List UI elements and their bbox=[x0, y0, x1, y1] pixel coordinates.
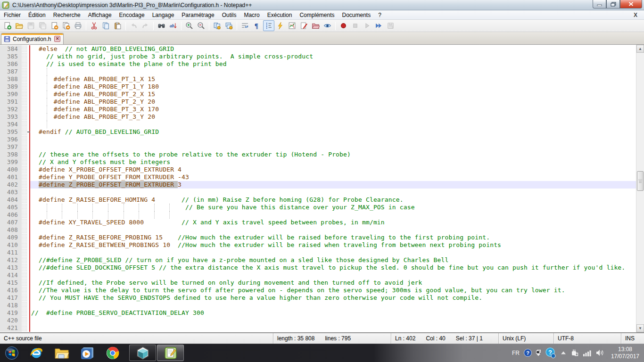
find-icon[interactable] bbox=[156, 20, 167, 31]
line-number[interactable]: 390 bbox=[0, 90, 22, 98]
bookmark-margin[interactable] bbox=[22, 151, 27, 158]
edit-marker-icon[interactable] bbox=[298, 20, 310, 31]
zoom-in-icon[interactable] bbox=[184, 20, 195, 31]
bookmark-margin[interactable] bbox=[22, 219, 27, 226]
line-number[interactable]: 397 bbox=[0, 143, 22, 151]
function-completion-icon[interactable] bbox=[275, 20, 286, 31]
bookmark-margin[interactable] bbox=[22, 136, 27, 143]
minimize-button[interactable] bbox=[593, 0, 606, 8]
close-all-icon[interactable] bbox=[61, 20, 72, 31]
code-line-410[interactable]: 410 #define Z_RAISE_BETWEEN_PROBINGS 10 … bbox=[0, 241, 636, 249]
bookmark-margin[interactable] bbox=[22, 53, 27, 60]
redo-icon[interactable] bbox=[140, 20, 151, 31]
menu-documents[interactable]: Documents bbox=[338, 11, 374, 19]
sync-vertical-icon[interactable] bbox=[212, 20, 223, 31]
line-number[interactable]: 386 bbox=[0, 60, 22, 68]
macro-save-icon[interactable] bbox=[385, 20, 396, 31]
menu-outils[interactable]: Outils bbox=[218, 11, 240, 19]
code-line-414[interactable]: 414 bbox=[0, 272, 636, 279]
menu--dition[interactable]: Édition bbox=[25, 11, 50, 19]
line-number[interactable]: 392 bbox=[0, 106, 22, 113]
print-icon[interactable] bbox=[73, 20, 84, 31]
line-number[interactable]: 389 bbox=[0, 83, 22, 90]
open-file-icon[interactable] bbox=[14, 20, 25, 31]
line-number[interactable]: 408 bbox=[0, 226, 22, 234]
code-line-408[interactable]: 408 bbox=[0, 226, 636, 234]
line-number[interactable]: 398 bbox=[0, 151, 22, 158]
line-number[interactable]: 417 bbox=[0, 294, 22, 302]
cut-icon[interactable] bbox=[89, 20, 100, 31]
line-number[interactable]: 388 bbox=[0, 75, 22, 83]
line-number[interactable]: 384 bbox=[0, 45, 22, 53]
desktop-peek-icon[interactable] bbox=[536, 350, 541, 356]
code-line-420[interactable]: 420 bbox=[0, 317, 636, 324]
code-line-407[interactable]: 407 #define XY_TRAVEL_SPEED 8000 // X an… bbox=[0, 219, 636, 226]
menu-langage[interactable]: Langage bbox=[149, 11, 178, 19]
code-line-391[interactable]: 391 #define ABL_PROBE_PT_2_Y 20 bbox=[0, 98, 636, 106]
bookmark-margin[interactable] bbox=[22, 309, 27, 317]
line-number[interactable]: 385 bbox=[0, 53, 22, 60]
macro-record-icon[interactable] bbox=[338, 20, 349, 31]
line-number[interactable]: 405 bbox=[0, 204, 22, 211]
copy-icon[interactable] bbox=[100, 20, 112, 31]
menu-ex-cution[interactable]: Exécution bbox=[264, 11, 296, 19]
code-line-405[interactable]: 405 // Be sure you have this distance ov… bbox=[0, 204, 636, 211]
code-line-399[interactable]: 399 // X and Y offsets must be integers bbox=[0, 158, 636, 166]
scroll-down-arrow-icon[interactable]: ▼ bbox=[636, 324, 644, 332]
code-line-388[interactable]: 388 #define ABL_PROBE_PT_1_X 15 bbox=[0, 75, 636, 83]
taskbar-internet-explorer[interactable] bbox=[24, 344, 49, 362]
line-number[interactable]: 409 bbox=[0, 234, 22, 241]
status-encoding[interactable]: UTF-8 bbox=[553, 333, 621, 344]
bookmark-margin[interactable] bbox=[22, 226, 27, 234]
line-number[interactable]: 416 bbox=[0, 287, 22, 294]
bookmark-margin[interactable] bbox=[22, 324, 27, 332]
taskbar-notepadpp[interactable] bbox=[157, 345, 184, 361]
code-line-400[interactable]: 400 #define X_PROBE_OFFSET_FROM_EXTRUDER… bbox=[0, 166, 636, 173]
line-number[interactable]: 410 bbox=[0, 241, 22, 249]
status-insert-mode[interactable]: INS bbox=[621, 333, 644, 344]
line-number[interactable]: 407 bbox=[0, 219, 22, 226]
line-number[interactable]: 394 bbox=[0, 121, 22, 128]
code-line-411[interactable]: 411 bbox=[0, 249, 636, 256]
bookmark-margin[interactable] bbox=[22, 196, 27, 204]
taskbar-windows-explorer[interactable] bbox=[49, 344, 74, 362]
code-line-412[interactable]: 412 //#define Z_PROBE_SLED // turn on if… bbox=[0, 256, 636, 264]
code-line-418[interactable]: 418 bbox=[0, 302, 636, 309]
paste-icon[interactable] bbox=[112, 20, 124, 31]
line-number[interactable]: 411 bbox=[0, 249, 22, 256]
start-button[interactable] bbox=[0, 346, 24, 360]
line-number[interactable]: 415 bbox=[0, 279, 22, 287]
line-number[interactable]: 413 bbox=[0, 264, 22, 272]
code-line-404[interactable]: 404 #define Z_RAISE_BEFORE_HOMING 4 // (… bbox=[0, 196, 636, 204]
code-line-401[interactable]: 401 #define Y_PROBE_OFFSET_FROM_EXTRUDER… bbox=[0, 173, 636, 181]
line-number[interactable]: 418 bbox=[0, 302, 22, 309]
line-number[interactable]: 393 bbox=[0, 113, 22, 121]
bookmark-margin[interactable] bbox=[22, 264, 27, 272]
bookmark-margin[interactable] bbox=[22, 121, 27, 128]
taskbar-3d-app[interactable] bbox=[129, 345, 156, 361]
support-bubble-tray-icon[interactable]: ? bbox=[545, 347, 556, 359]
code-line-413[interactable]: 413 //#define SLED_DOCKING_OFFSET 5 // t… bbox=[0, 264, 636, 272]
line-number[interactable]: 404 bbox=[0, 196, 22, 204]
language-indicator[interactable]: FR bbox=[512, 350, 520, 356]
word-wrap-icon[interactable] bbox=[239, 20, 251, 31]
code-line-385[interactable]: 385 // with no grid, just probe 3 arbitr… bbox=[0, 53, 636, 60]
code-line-387[interactable]: 387 bbox=[0, 68, 636, 75]
code-line-419[interactable]: 419// #define PROBE_SERVO_DEACTIVATION_D… bbox=[0, 309, 636, 317]
menu-recherche[interactable]: Recherche bbox=[50, 11, 84, 19]
bookmark-margin[interactable] bbox=[22, 181, 27, 189]
clock[interactable]: 13:08 17/07/2017 bbox=[611, 346, 639, 360]
show-all-characters-icon[interactable]: ¶ bbox=[251, 20, 263, 31]
line-number[interactable]: 419 bbox=[0, 309, 22, 317]
bookmark-margin[interactable] bbox=[22, 272, 27, 279]
line-number[interactable]: 421 bbox=[0, 324, 22, 332]
bookmark-margin[interactable] bbox=[22, 60, 27, 68]
view-file-icon[interactable] bbox=[322, 20, 333, 31]
code-line-403[interactable]: 403 bbox=[0, 189, 636, 196]
code-editor[interactable]: 384 #else // not AUTO_BED_LEVELING_GRID3… bbox=[0, 45, 644, 333]
code-line-406[interactable]: 406 bbox=[0, 211, 636, 219]
line-number[interactable]: 387 bbox=[0, 68, 22, 75]
code-line-390[interactable]: 390 #define ABL_PROBE_PT_2_X 15 bbox=[0, 90, 636, 98]
code-line-396[interactable]: 396 bbox=[0, 136, 636, 143]
zoom-out-icon[interactable] bbox=[196, 20, 207, 31]
